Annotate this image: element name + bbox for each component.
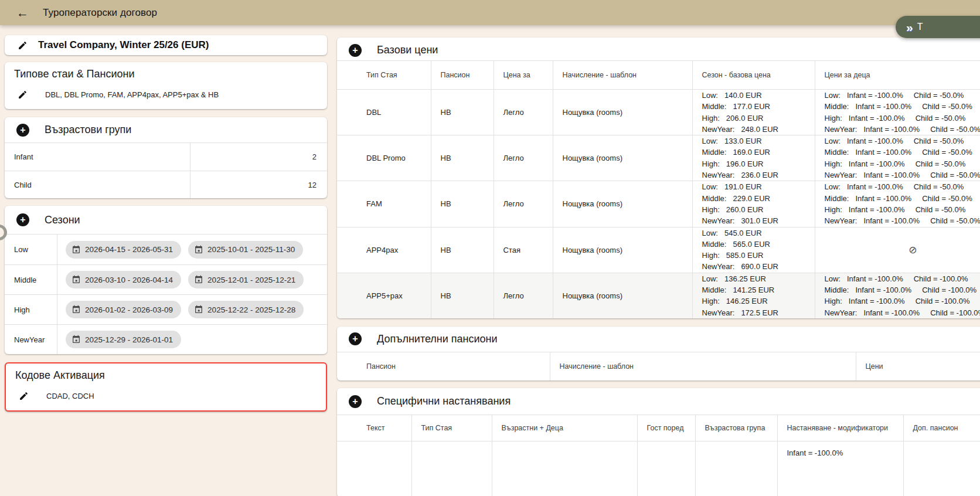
price-line: Low:545.0 EUR [702, 227, 808, 239]
age-group-row[interactable]: Child12 [5, 171, 327, 198]
season-period-chip[interactable]: 2025-10-01 - 2025-11-30 [188, 241, 303, 259]
price-value: 196.0 EUR [726, 158, 764, 169]
drawer-toggle-button[interactable]: » Т [896, 16, 980, 38]
column-header: Настаняване - модификатори [777, 415, 903, 441]
base-prices-card: + Базови цени Тип СтаяПансионЦена заНачи… [337, 38, 980, 318]
price-line: Low:133.0 EUR [702, 135, 808, 147]
price-value: Child = -50.0% [930, 215, 980, 226]
price-line: Middle:Infant = -100.0%Child = -50.0% [825, 193, 980, 204]
season-label: NewYear: [702, 261, 735, 272]
season-label: NewYear: [702, 307, 735, 318]
price-value: Child = -100.0% [914, 273, 968, 284]
price-value: Infant = -100.0% [855, 193, 911, 204]
charge-template-cell: Нощувка (rooms) [553, 181, 692, 227]
base-prices-table: Тип СтаяПансионЦена заНачисление - шабло… [337, 60, 980, 318]
activation-codes-value: CDAD, CDCH [46, 392, 94, 400]
additional-board-cell [903, 441, 980, 496]
price-value: 140.0 EUR [724, 90, 762, 101]
base-prices-title: Базови цени [377, 44, 438, 56]
season-period-label: 2026-01-02 - 2026-03-09 [85, 305, 173, 314]
age-group-label: Infant [5, 143, 190, 171]
room-types-boards-card: Типове стаи & Пансиони DBL, DBL Promo, F… [5, 62, 327, 109]
price-line: High:196.0 EUR [702, 158, 808, 169]
season-period-chip[interactable]: 2026-04-15 - 2026-05-31 [66, 241, 181, 259]
price-value: 585.0 EUR [726, 250, 764, 261]
edit-icon[interactable] [18, 90, 28, 100]
room-type-cell: FAM [337, 181, 431, 227]
season-label: Middle: [825, 193, 849, 204]
edit-icon[interactable] [19, 391, 29, 401]
season-period-chip[interactable]: 2025-12-01 - 2025-12-21 [188, 271, 304, 288]
price-value: Child = -50.0% [916, 204, 966, 215]
season-label: NewYear: [702, 215, 735, 226]
price-line: Low:136.25 EUR [702, 273, 808, 284]
season-label: High: [825, 113, 842, 124]
price-value: Child = -50.0% [922, 193, 972, 204]
price-value: Infant = -100.0% [863, 215, 920, 226]
cell [637, 441, 695, 496]
column-header: Цени за деца [815, 61, 980, 90]
base-price-row[interactable]: DBL PromoHBЛеглоНощувка (rooms)Low:133.0… [337, 135, 980, 181]
season-label: Low: [702, 135, 718, 147]
season-row: NewYear2025-12-29 - 2026-01-01 [5, 324, 327, 354]
add-age-group-button[interactable]: + [16, 124, 29, 137]
base-price-row[interactable]: DBLHBЛеглоНощувка (rooms)Low:140.0 EURMi… [337, 90, 980, 135]
room-type-cell: APP5+pax [337, 273, 431, 318]
season-label: High: [702, 113, 720, 124]
price-line: NewYear:Infant = -100.0%Child = -50.0% [825, 169, 980, 181]
price-value: 229.0 EUR [733, 193, 770, 204]
left-column: Travel Company, Winter 25/26 (EUR) Типов… [5, 25, 327, 412]
add-season-button[interactable]: + [16, 213, 29, 226]
season-label: Middle: [825, 284, 849, 295]
base-price-row[interactable]: APP5+paxHBЛеглоНощувка (rooms)Low:136.25… [337, 273, 980, 318]
specific-accommodations-card: + Специфични настанявания ТекстТип СтаяВ… [337, 388, 980, 496]
cell [695, 441, 777, 496]
price-line: Low:Infant = -100.0%Child = -50.0% [825, 135, 980, 147]
season-label: Middle: [702, 147, 727, 158]
base-price-row[interactable]: APP4paxHBСтаяНощувка (rooms)Low:545.0 EU… [337, 227, 980, 273]
price-line: High:Infant = -100.0%Child = -100.0% [825, 295, 980, 307]
season-period-chip[interactable]: 2025-12-29 - 2026-01-01 [66, 331, 181, 348]
price-value: 260.0 EUR [726, 204, 764, 215]
price-line: Middle:229.0 EUR [702, 193, 808, 204]
price-value: Infant = -100.0% [863, 307, 920, 318]
price-value: 565.0 EUR [733, 239, 770, 250]
add-specific-accommodation-button[interactable]: + [349, 395, 362, 408]
season-label: NewYear: [702, 124, 735, 135]
season-period-chip[interactable]: 2026-01-02 - 2026-03-09 [66, 301, 181, 318]
add-base-price-button[interactable]: + [349, 44, 362, 57]
age-group-row[interactable]: Infant2 [5, 143, 327, 171]
base-price-row[interactable]: FAMHBЛеглоНощувка (rooms)Low:191.0 EURMi… [337, 181, 980, 227]
price-per-cell: Легло [494, 90, 553, 135]
price-value: Infant = -100.0% [849, 113, 905, 124]
price-value: 136.25 EUR [724, 273, 766, 284]
price-value: Infant = -100.0% [849, 204, 905, 215]
specific-accommodation-row[interactable]: Infant = -100.0% [337, 441, 980, 496]
column-header: Начисление - шаблон [550, 352, 856, 381]
price-value: 206.0 EUR [726, 113, 764, 124]
season-name: High [5, 295, 57, 324]
app-bar: ← Туроператорски договор [0, 0, 980, 25]
price-line: NewYear:248.0 EUR [702, 124, 808, 135]
room-types-boards-value: DBL, DBL Promo, FAM, APP4pax, APP5+pax &… [45, 90, 219, 99]
column-header: Тип Стая [411, 415, 492, 441]
column-header: Пансион [337, 352, 550, 381]
column-header: Тип Стая [337, 61, 431, 90]
column-header: Доп. пансион [903, 415, 980, 441]
add-additional-board-button[interactable]: + [349, 332, 362, 345]
season-period-chip[interactable]: 2025-12-22 - 2025-12-28 [188, 301, 304, 318]
price-line: Middle:565.0 EUR [702, 239, 808, 250]
board-cell: HB [431, 273, 494, 318]
page-title: Туроператорски договор [43, 7, 157, 19]
price-value: Infant = -100.0% [863, 169, 920, 181]
season-label: NewYear: [825, 124, 858, 135]
season-label: Low: [825, 273, 841, 284]
column-header: Възрастни + Деца [492, 415, 637, 441]
price-value: Child = -50.0% [922, 101, 972, 112]
season-label: Low: [702, 90, 718, 101]
season-label: Low: [702, 227, 718, 239]
edit-icon[interactable] [18, 40, 28, 50]
board-cell: HB [431, 90, 494, 135]
back-button[interactable]: ← [14, 4, 31, 21]
season-period-chip[interactable]: 2026-03-10 - 2026-04-14 [66, 271, 181, 288]
